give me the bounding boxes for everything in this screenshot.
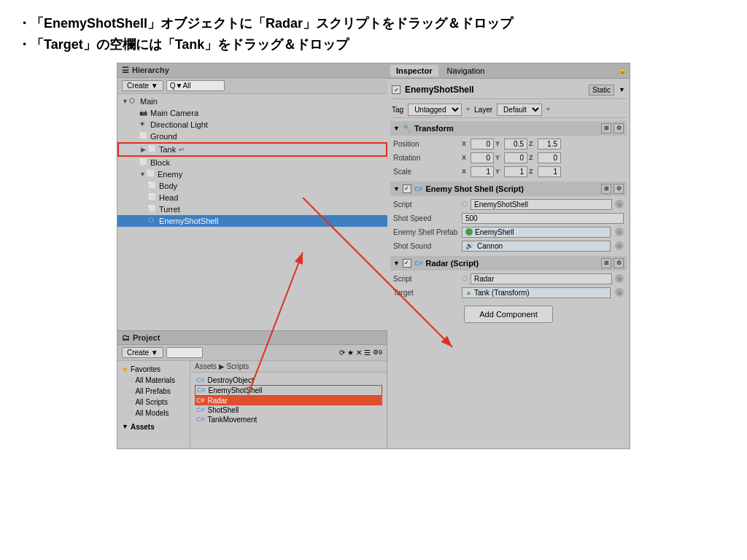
radar-checkbox[interactable]: ✓	[403, 259, 411, 268]
radar-icon-btn2[interactable]: ⚙	[614, 258, 624, 268]
target-field: ▲ Tank (Transform)	[462, 287, 611, 298]
shot-speed-value[interactable]	[462, 213, 624, 224]
transform-arrow: ▼	[393, 125, 400, 132]
left-panels: ☰ Hierarchy Create ▼ ▼ ⬡ Main 📷 Main	[117, 63, 387, 448]
scale-x[interactable]	[471, 166, 494, 177]
scale-z[interactable]	[538, 166, 561, 177]
file-enemyshotshell[interactable]: C# EnemyShotShell	[195, 385, 382, 396]
ess-circle-btn[interactable]: ○	[615, 200, 624, 209]
project-search[interactable]	[166, 347, 203, 358]
hier-item-head[interactable]: ⬜ Head	[117, 192, 387, 203]
hierarchy-create-btn[interactable]: Create ▼	[122, 80, 163, 91]
hier-label: EnemyShotShell	[159, 217, 218, 225]
obj-checkbox[interactable]: ✓	[392, 85, 400, 94]
rotation-label: Rotation	[393, 154, 459, 162]
proj-icon4[interactable]: ☰	[364, 349, 371, 357]
hier-item-ground[interactable]: ⬜ Ground	[117, 131, 387, 142]
position-row: Position X Y Z	[390, 137, 627, 151]
position-z[interactable]	[538, 139, 561, 149]
target-circle-btn[interactable]: ○	[615, 288, 624, 297]
ess-header[interactable]: ▼ ✓ C# Enemy Shot Shell (Script) ⊞ ⚙	[390, 182, 627, 196]
file-radar[interactable]: C# Radar	[195, 396, 382, 405]
gameobj-icon: 📷	[139, 109, 148, 117]
tag-dropdown[interactable]: Untagged	[408, 104, 462, 116]
rotation-z[interactable]	[538, 152, 561, 163]
ess-title: Enemy Shot Shell (Script)	[425, 184, 598, 193]
sidebar-all-scripts[interactable]: ○ All Scripts	[117, 397, 190, 408]
project-header: 🗂 Project	[117, 331, 387, 345]
sidebar-assets[interactable]: ▼ Assets	[117, 421, 190, 432]
project-create-btn[interactable]: Create ▼	[122, 347, 163, 358]
file-shotshell[interactable]: C# ShotShell	[195, 405, 382, 415]
transform-icon-btn1[interactable]: ⊞	[601, 123, 611, 133]
hier-item-body[interactable]: ⬜ Body	[117, 180, 387, 192]
inspector-obj-header: ✓ EnemyShotShell Static ▼	[390, 82, 627, 99]
proj-icon2[interactable]: ★	[347, 349, 354, 357]
obj-name: EnemyShotShell	[405, 85, 584, 95]
gameobj-icon: ⬜	[148, 182, 157, 190]
radar-icon-btn1[interactable]: ⊞	[601, 258, 611, 268]
shot-sound-value: Cannon	[477, 242, 503, 250]
hier-label: Head	[159, 193, 178, 202]
tag-dropdown-icon: ÷	[466, 106, 470, 113]
project-breadcrumb: Assets ▶ Scripts	[190, 361, 387, 373]
rotation-x[interactable]	[471, 152, 494, 163]
rotation-y[interactable]	[504, 152, 527, 163]
ess-icon-btn2[interactable]: ⚙	[614, 184, 624, 194]
ess-script-value: EnemyShotShell	[471, 199, 612, 210]
file-destroyobject[interactable]: C# DestroyObject	[195, 376, 382, 385]
proj-icon3[interactable]: ✕	[356, 349, 362, 357]
hier-item-block[interactable]: ⬜ Block	[117, 157, 387, 168]
transform-header[interactable]: ▼ 🔧 Transform ⊞ ⚙	[390, 121, 627, 136]
project-sidebar-fav: ★ Favorites	[117, 364, 190, 375]
sound-circle-btn[interactable]: ○	[615, 241, 624, 250]
add-component-btn[interactable]: Add Component	[464, 306, 553, 323]
ess-checkbox[interactable]: ✓	[403, 184, 411, 193]
sidebar-all-materials[interactable]: ○ All Materials	[117, 375, 190, 386]
sy-label: Y	[495, 168, 503, 175]
hier-item-turret[interactable]: ⬜ Turret	[117, 203, 387, 215]
rotation-row: Rotation X Y Z	[390, 151, 627, 165]
proj-icon5[interactable]: ⚙9	[373, 349, 382, 357]
lock-icon[interactable]: 🔒	[618, 66, 627, 74]
shot-sound-label: Shot Sound	[393, 242, 459, 250]
ry-label: Y	[495, 154, 503, 161]
hier-item-enemyshotshell[interactable]: ⬡ EnemyShotShell	[117, 215, 387, 227]
sidebar-all-models[interactable]: ○ All Models	[117, 408, 190, 419]
position-y[interactable]	[504, 139, 527, 149]
project-content: ★ Favorites ○ All Materials ○ All Prefab…	[117, 361, 387, 448]
navigation-tab[interactable]: Navigation	[441, 65, 491, 77]
gameobj-icon: ⬜	[147, 170, 155, 179]
radar-circle-btn[interactable]: ○	[615, 274, 624, 283]
ess-script-row: Script ⬡ EnemyShotShell ○	[390, 198, 627, 211]
hier-item-maincamera[interactable]: 📷 Main Camera	[117, 107, 387, 119]
hier-item-tank[interactable]: ▶ ⬜ Tank ↩	[117, 142, 387, 157]
ess-icon-btn1[interactable]: ⊞	[601, 184, 611, 194]
inspector-tab[interactable]: Inspector	[390, 65, 438, 77]
static-dropdown-icon[interactable]: ▼	[619, 86, 625, 93]
sidebar-all-prefabs[interactable]: ○ All Prefabs	[117, 386, 190, 397]
hier-item-main[interactable]: ▼ ⬡ Main	[117, 96, 387, 107]
prefab-circle-btn[interactable]: ○	[615, 228, 624, 236]
circle-icon: ○	[129, 409, 133, 416]
layer-dropdown[interactable]: Default	[497, 104, 542, 116]
scale-row: Scale X Y Z	[390, 165, 627, 179]
hierarchy-content: ▼ ⬡ Main 📷 Main Camera ☀ Directional Lig…	[117, 94, 387, 330]
radar-header[interactable]: ▼ ✓ C# Radar (Script) ⊞ ⚙	[390, 256, 627, 271]
hier-item-dirlight[interactable]: ☀ Directional Light	[117, 119, 387, 131]
hierarchy-search[interactable]	[166, 80, 225, 91]
instruction-line2: ・「Target」の空欄には「Tank」をドラッグ＆ドロップ	[18, 34, 729, 55]
inspector-panel: Inspector Navigation 🔒 ✓ EnemyShotShell …	[387, 63, 630, 448]
position-x[interactable]	[471, 139, 494, 149]
sidebar-label: All Models	[135, 409, 169, 417]
file-tankmovement[interactable]: C# TankMovement	[195, 415, 382, 424]
ess-arrow: ▼	[393, 185, 400, 192]
proj-icon1[interactable]: ⟳	[339, 349, 345, 357]
sidebar-label: All Scripts	[135, 398, 167, 406]
hier-item-enemy[interactable]: ▼ ⬜ Enemy	[117, 168, 387, 180]
transform-title: Transform	[414, 124, 598, 133]
hier-label: Ground	[150, 132, 177, 141]
shot-sound-row: Shot Sound 🔊 Cannon ○	[390, 239, 627, 253]
scale-y[interactable]	[504, 166, 527, 177]
transform-icon-btn2[interactable]: ⚙	[614, 123, 624, 133]
